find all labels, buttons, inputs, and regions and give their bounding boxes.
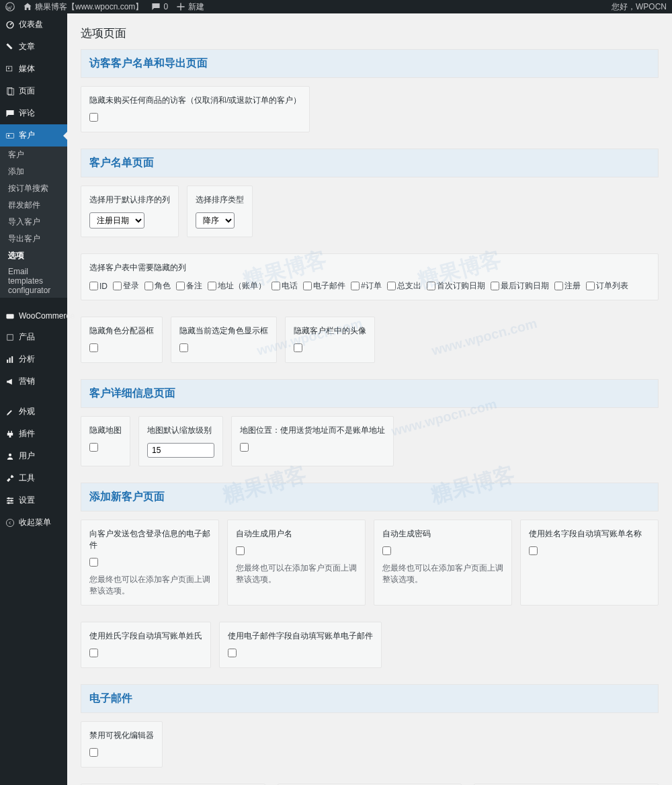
col-email-checkbox[interactable] [303,282,312,290]
hide-avatar-checkbox[interactable] [294,343,302,352]
card-auto-pass: 自动生成密码 您最终也可以在添加客户页面上调整该选项。 [374,520,512,606]
hide-guest-label: 隐藏未购买任何商品的访客（仅取消和/或退款订单的客户） [89,95,301,106]
comments-count: 0 [163,2,168,11]
card-autofill-lastname: 使用姓氏字段自动填写账单姓氏 [81,622,211,668]
sub-options[interactable]: 选项 [0,247,67,264]
menu-customers[interactable]: 客户 [0,124,67,147]
hide-guest-checkbox[interactable] [89,113,98,122]
col-orderlist-checkbox[interactable] [586,282,595,290]
sort-col-label: 选择用于默认排序的列 [89,194,170,206]
auto-pass-checkbox[interactable] [382,546,391,555]
card-send-email: 向客户发送包含登录信息的电子邮件 您最终也可以在添加客户页面上调整该选项。 [81,520,219,606]
card-sort-col: 选择用于默认排序的列 注册日期 [81,185,179,237]
sort-type-label: 选择排序类型 [196,194,244,206]
section-add-customer: 添加新客户页面 [81,483,659,511]
menu-settings[interactable]: 设置 [0,489,67,511]
card-sort-type: 选择排序类型 降序 [187,185,253,237]
autofill-name-checkbox[interactable] [529,546,538,555]
menu-comments[interactable]: 评论 [0,102,67,124]
card-hide-map: 隐藏地图 [81,416,130,466]
svg-point-16 [8,502,10,504]
section-guest: 访客客户名单和导出页面 [81,49,659,78]
col-firstorder-checkbox[interactable] [427,282,435,290]
site-link[interactable]: 糖果博客【www.wpocn.com】 [23,1,143,13]
greeting[interactable]: 您好，WPOCN [612,1,667,13]
sub-import[interactable]: 导入客户 [0,214,67,231]
auto-user-checkbox[interactable] [236,546,245,555]
comments-link[interactable]: 0 [151,2,168,11]
col-reg-checkbox[interactable] [554,282,563,290]
sub-bulk-mail[interactable]: 群发邮件 [0,197,67,214]
send-email-checkbox[interactable] [89,558,98,567]
col-phone-checkbox[interactable] [271,282,280,290]
svg-point-14 [8,497,10,499]
menu-tools[interactable]: 工具 [0,467,67,489]
menu-appearance[interactable]: 外观 [0,401,67,423]
svg-rect-10 [7,360,8,363]
admin-sidebar: 仪表盘 文章 媒体 页面 评论 客户 客户 添加 按订单搜索 群发邮件 导入客户… [0,13,67,785]
card-hide-avatar: 隐藏客户栏中的头像 [285,317,375,363]
svg-rect-12 [11,356,13,363]
wp-logo-icon[interactable] [5,2,15,11]
card-hide-guest: 隐藏未购买任何商品的访客（仅取消和/或退款订单的客户） [81,86,310,132]
sort-type-select[interactable]: 降序 [196,212,235,229]
page-title: 选项页面 [81,20,659,49]
menu-woocommerce[interactable]: WooCommerce [0,306,67,326]
card-map-pos: 地图位置：使用送货地址而不是账单地址 [231,416,394,466]
sort-col-select[interactable]: 注册日期 [89,212,144,229]
hide-roles-box-checkbox[interactable] [179,343,188,352]
col-id-checkbox[interactable] [89,282,98,290]
menu-analytics[interactable]: 分析 [0,348,67,370]
menu-users[interactable]: 用户 [0,445,67,467]
new-link[interactable]: 新建 [176,1,204,13]
sub-order-search[interactable]: 按订单搜索 [0,180,67,197]
menu-collapse[interactable]: 收起菜单 [0,511,67,534]
autofill-lastname-checkbox[interactable] [89,649,98,657]
col-address-checkbox[interactable] [208,282,216,290]
menu-products[interactable]: 产品 [0,326,67,348]
hide-map-checkbox[interactable] [89,443,98,452]
col-login-checkbox[interactable] [113,282,122,290]
svg-point-17 [6,519,13,526]
site-name: 糖果博客【www.wpocn.com】 [35,1,143,13]
col-spent-checkbox[interactable] [387,282,396,290]
hide-cols-label: 选择客户表中需要隐藏的列 [89,262,650,274]
card-hide-cols: 选择客户表中需要隐藏的列 ID 登录 角色 备注 地址（账单） 电话 电子邮件 … [81,253,659,300]
svg-point-13 [9,453,11,456]
disable-visual-checkbox[interactable] [89,748,98,757]
menu-marketing[interactable]: 营销 [0,370,67,392]
autofill-email-checkbox[interactable] [228,649,237,657]
sub-customers[interactable]: 客户 [0,147,67,163]
card-hide-roles-box: 隐藏当前选定角色显示框 [171,317,277,363]
col-lastorder-checkbox[interactable] [491,282,499,290]
card-autofill-email: 使用电子邮件字段自动填写账单电子邮件 [219,622,382,668]
col-orders-checkbox[interactable] [351,282,360,290]
svg-rect-6 [6,133,13,138]
svg-rect-8 [6,314,13,319]
map-pos-checkbox[interactable] [240,443,249,452]
zoom-input[interactable] [147,443,214,458]
sub-email-templates[interactable]: Email templates configurator [0,264,67,298]
svg-point-15 [11,499,13,501]
submenu-customers: 客户 添加 按订单搜索 群发邮件 导入客户 导出客户 选项 Email temp… [0,147,67,298]
section-email: 电子邮件 [81,684,659,713]
sub-add[interactable]: 添加 [0,163,67,180]
section-detail: 客户详细信息页面 [81,379,659,408]
sub-export[interactable]: 导出客户 [0,231,67,247]
card-disable-visual: 禁用可视化编辑器 [81,721,163,768]
section-customer-list: 客户名单页面 [81,149,659,177]
menu-posts[interactable]: 文章 [0,36,67,58]
svg-point-3 [8,67,9,69]
menu-plugins[interactable]: 插件 [0,423,67,445]
card-autofill-name: 使用姓名字段自动填写账单名称 [520,520,659,606]
menu-media[interactable]: 媒体 [0,58,67,80]
menu-dashboard[interactable]: 仪表盘 [0,13,67,36]
svg-rect-11 [9,358,11,363]
menu-pages[interactable]: 页面 [0,80,67,102]
col-notes-checkbox[interactable] [176,282,185,290]
col-role-checkbox[interactable] [144,282,153,290]
hide-role-checkbox[interactable] [89,343,98,352]
svg-point-7 [8,134,10,136]
card-zoom: 地图默认缩放级别 [138,416,223,466]
svg-rect-9 [7,334,13,339]
